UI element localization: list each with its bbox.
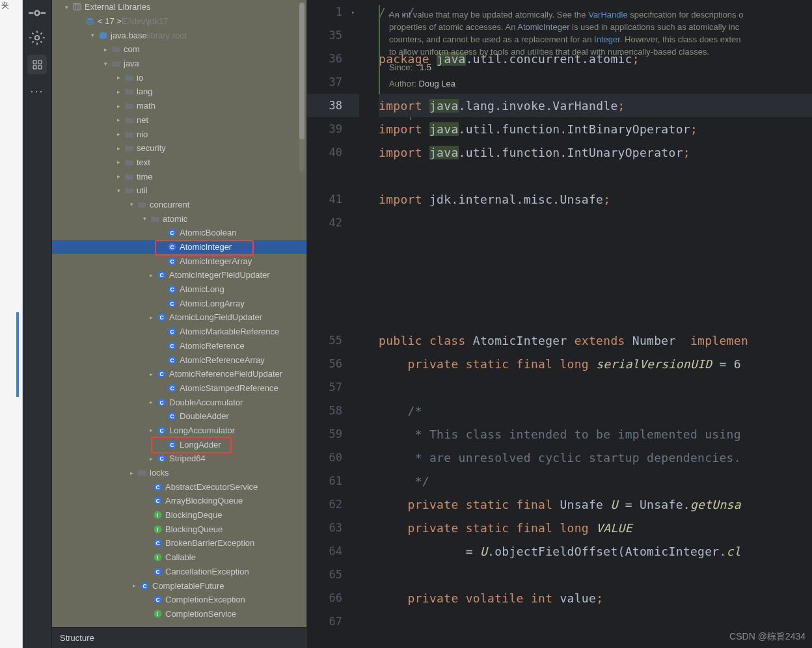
tree-item-nio[interactable]: ▸nio — [52, 127, 306, 141]
chevron-right-icon[interactable]: ▸ — [113, 116, 124, 123]
code-line[interactable]: public class AtomicInteger extends Numbe… — [379, 329, 812, 352]
tree-item-cancellationexception[interactable]: CCancellationException — [52, 565, 306, 579]
chevron-right-icon[interactable]: ▸ — [146, 314, 156, 321]
gutter-line[interactable]: 64 — [307, 539, 359, 563]
chevron-right-icon[interactable]: ▸ — [100, 46, 111, 53]
gutter-line[interactable]: 42 — [307, 211, 359, 234]
tree-item-atomiclongarray[interactable]: CAtomicLongArray — [52, 296, 306, 310]
code-line[interactable]: = U.objectFieldOffset(AtomicInteger.cl — [379, 539, 812, 563]
gutter-line[interactable]: 62 — [307, 493, 359, 516]
gutter-line[interactable]: 36 — [307, 47, 359, 70]
tree-item-concurrent[interactable]: ▾concurrent — [52, 198, 306, 212]
chevron-right-icon[interactable]: ▸ — [113, 159, 124, 165]
tree-item-longadder[interactable]: CLongAdder — [52, 437, 306, 452]
code-line[interactable] — [379, 375, 812, 399]
tree-item-net[interactable]: ▸net — [52, 113, 306, 128]
tree-item-striped64[interactable]: ▸CStriped64 — [52, 452, 306, 466]
code-line[interactable]: private volatile int value; — [379, 586, 812, 610]
tree-item-atomiclongfieldupdater[interactable]: ▸CAtomicLongFieldUpdater — [52, 310, 306, 325]
chevron-right-icon[interactable]: ▸ — [146, 427, 156, 433]
gutter-line[interactable]: 63 — [307, 516, 359, 539]
code-line[interactable]: private static final long VALUE — [379, 516, 812, 539]
chevron-right-icon[interactable]: ▸ — [113, 103, 124, 109]
code-line[interactable]: import jdk.internal.misc.Unsafe; — [379, 187, 812, 211]
tree-item-atomicmarkablereference[interactable]: CAtomicMarkableReference — [52, 325, 306, 339]
code-line[interactable]: * This class intended to be implemented … — [379, 422, 812, 446]
code-line[interactable]: import java.util.function.IntUnaryOperat… — [379, 141, 812, 164]
tree-item-text[interactable]: ▸text — [52, 155, 306, 170]
tree-item-javabase[interactable]: ▾java.base library root — [52, 28, 306, 42]
gutter-line[interactable]: 58 — [307, 399, 359, 422]
sidebar-scrollbar[interactable] — [299, 3, 304, 172]
chevron-down-icon[interactable]: ▾ — [139, 215, 150, 222]
tree-item-atomicreferencearray[interactable]: CAtomicReferenceArray — [52, 353, 306, 367]
tree-item-lang[interactable]: ▸lang — [52, 85, 306, 99]
tree-item-17[interactable]: < 17 > E:\dev\jdk17 — [52, 14, 306, 29]
code-line[interactable]: private static final long serialVersionU… — [379, 352, 812, 375]
chevron-right-icon[interactable]: ▸ — [146, 371, 156, 377]
chevron-right-icon[interactable]: ▸ — [113, 145, 124, 152]
tree-item-blockingqueue[interactable]: IBlockingQueue — [52, 522, 306, 536]
gutter-line[interactable]: 57 — [307, 375, 359, 399]
gutter-line[interactable]: 61 — [307, 469, 359, 493]
code-line[interactable] — [379, 563, 812, 586]
grid-icon[interactable] — [27, 55, 47, 74]
chevron-right-icon[interactable]: ▸ — [146, 272, 156, 278]
chevron-down-icon[interactable]: ▾ — [126, 201, 137, 208]
chevron-down-icon[interactable]: ▾ — [113, 187, 124, 194]
chevron-right-icon[interactable]: ▸ — [146, 399, 156, 405]
gutter-line[interactable]: 35 — [307, 23, 359, 47]
commit-icon[interactable] — [29, 5, 46, 21]
chevron-right-icon[interactable]: ▸ — [129, 582, 139, 589]
gutter-line[interactable]: 41 — [307, 187, 359, 211]
chevron-down-icon[interactable]: ▾ — [87, 32, 98, 38]
chevron-down-icon[interactable]: ▾ — [100, 61, 111, 67]
gutter-line[interactable]: 66 — [307, 586, 359, 610]
tree-item-security[interactable]: ▸security — [52, 141, 306, 155]
gutter-line[interactable]: 59 — [307, 422, 359, 446]
gutter-line[interactable]: 60 — [307, 446, 359, 469]
tree-item-doubleadder[interactable]: CDoubleAdder — [52, 409, 306, 424]
tree-item-atomicinteger[interactable]: CAtomicInteger — [52, 240, 306, 254]
tree-item-io[interactable]: ▸io — [52, 70, 306, 85]
tree-item-doubleaccumulator[interactable]: ▸CDoubleAccumulator — [52, 395, 306, 409]
chevron-right-icon[interactable]: ▸ — [113, 131, 124, 137]
tree-item-atomicintegerarray[interactable]: CAtomicIntegerArray — [52, 254, 306, 268]
project-tree[interactable]: ▾External Libraries< 17 > E:\dev\jdk17▾j… — [52, 0, 306, 625]
gutter-line[interactable]: 67 — [307, 610, 359, 633]
code-line[interactable]: * are unresolved cyclic startup dependen… — [379, 446, 812, 469]
code-line[interactable]: private static final Unsafe U = Unsafe.g… — [379, 493, 812, 516]
tree-item-com[interactable]: ▸com — [52, 42, 306, 57]
tree-item-locks[interactable]: ▸locks — [52, 466, 306, 480]
chevron-right-icon[interactable]: ▸ — [146, 455, 156, 462]
chevron-right-icon[interactable]: ▸ — [113, 88, 124, 95]
code-line[interactable] — [379, 164, 812, 187]
gutter-line[interactable]: 40 — [307, 141, 359, 164]
tree-item-math[interactable]: ▸math — [52, 99, 306, 113]
tree-item-atomicboolean[interactable]: CAtomicBoolean — [52, 226, 306, 240]
chevron-right-icon[interactable]: ▸ — [126, 470, 137, 476]
code-line[interactable]: import java.lang.invoke.VarHandle; — [379, 94, 812, 117]
chevron-right-icon[interactable]: ▸ — [113, 173, 124, 180]
chevron-down-icon[interactable]: ▾ — [61, 4, 72, 10]
chevron-right-icon[interactable]: ▸ — [113, 74, 124, 81]
sidebar-scrollbar-thumb[interactable] — [299, 3, 304, 139]
code-line[interactable] — [379, 610, 812, 633]
tree-item-atomicreferencefieldupdater[interactable]: ▸CAtomicReferenceFieldUpdater — [52, 367, 306, 381]
tree-item-longaccumulator[interactable]: ▸CLongAccumulator — [52, 424, 306, 438]
gutter-line[interactable] — [307, 164, 359, 187]
tree-item-abstractexecutorservice[interactable]: CAbstractExecutorService — [52, 479, 306, 494]
tree-item-arrayblockingqueue[interactable]: CArrayBlockingQueue — [52, 494, 306, 508]
gutter-line[interactable]: 37 — [307, 70, 359, 94]
fold-icon[interactable]: ▸ — [347, 0, 359, 23]
code-line[interactable]: import java.util.function.IntBinaryOpera… — [379, 117, 812, 141]
tree-item-completionexception[interactable]: CCompletionException — [52, 593, 306, 607]
editor[interactable]: 1▸35363738394041425556575859606162636465… — [307, 0, 812, 648]
tree-item-atomicstampedreference[interactable]: CAtomicStampedReference — [52, 381, 306, 396]
code-line[interactable]: /* — [379, 399, 812, 422]
tree-item-time[interactable]: ▸time — [52, 169, 306, 183]
tree-item-blockingdeque[interactable]: IBlockingDeque — [52, 508, 306, 522]
tree-item-atomic[interactable]: ▾atomic — [52, 211, 306, 226]
structure-tool-window-tab[interactable]: Structure — [52, 627, 306, 648]
gutter-line[interactable]: 56 — [307, 352, 359, 375]
